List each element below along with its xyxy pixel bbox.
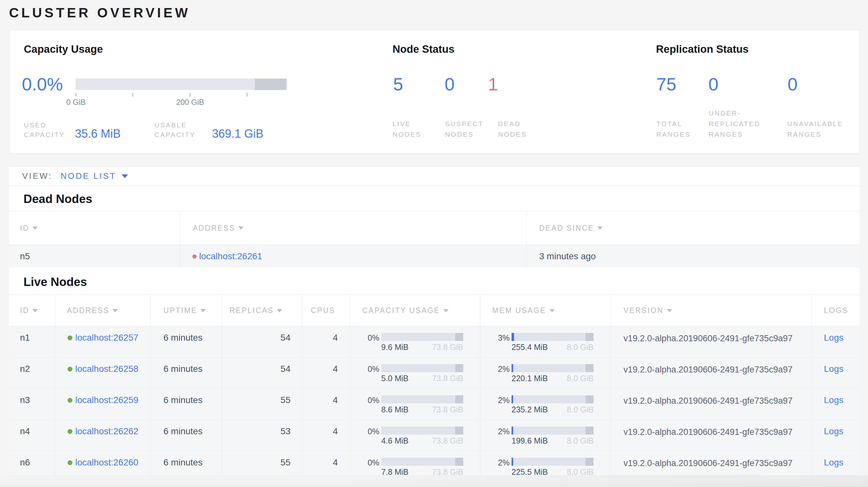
node-cpus: 4	[302, 358, 350, 389]
node-address-link[interactable]: localhost:26259	[75, 394, 138, 420]
sort-desc-icon	[443, 309, 448, 312]
usable-capacity-label: USABLE CAPACITY	[154, 120, 212, 140]
capacity-usage-bar: 5.0 MiB 73.8 GiB	[381, 364, 463, 389]
mem-used-value: 199.6 MiB	[512, 437, 548, 445]
mem-percent-label: 2%	[480, 458, 512, 476]
capacity-usage-cell: 0% 8.6 MiB 73.8 GiB	[350, 389, 480, 420]
node-replicas: 53	[222, 420, 302, 451]
column-header-dead-since[interactable]: DEAD SINCE	[526, 211, 860, 245]
capacity-usage-cell: 0% 4.6 MiB 73.8 GiB	[350, 420, 480, 451]
unavailable-label: UNAVAILABLE RANGES	[787, 118, 843, 140]
logs-cell: Logs	[811, 451, 860, 476]
node-replicas: 54	[222, 326, 302, 357]
mem-total-value: 8.0 GiB	[567, 405, 594, 414]
view-selector-bar: VIEW: NODE LIST	[9, 166, 860, 186]
bar-fill	[512, 426, 513, 434]
logs-link[interactable]: Logs	[824, 364, 843, 374]
mem-used-value: 255.4 MiB	[512, 343, 548, 351]
node-address-cell: localhost:26261	[180, 245, 526, 267]
live-nodes-label: LIVE NODES	[393, 118, 422, 140]
capacity-percent-label: 0%	[350, 458, 381, 476]
sort-desc-icon	[32, 226, 38, 230]
dead-nodes-header-row: ID ADDRESS DEAD SINCE	[9, 211, 860, 245]
logs-link[interactable]: Logs	[824, 457, 843, 467]
column-header-id[interactable]: ID	[9, 295, 55, 326]
node-address-link[interactable]: localhost:26262	[75, 425, 138, 451]
node-replicas: 55	[222, 451, 302, 476]
logs-cell: Logs	[811, 389, 860, 420]
column-header-address[interactable]: ADDRESS	[180, 211, 526, 245]
logs-link[interactable]: Logs	[824, 426, 843, 436]
capacity-usage-cell: 0% 9.6 MiB 73.8 GiB	[350, 326, 480, 357]
node-cpus: 4	[302, 326, 350, 357]
mem-usage-cell: 2% 199.6 MiB 8.0 GiB	[480, 420, 610, 451]
node-cpus: 4	[302, 451, 350, 476]
bar-track	[512, 364, 594, 372]
mem-usage-cell: 2% 235.2 MiB 8.0 GiB	[480, 389, 610, 420]
bar-reserved-segment	[455, 458, 463, 466]
node-id: n6	[9, 451, 55, 476]
logs-cell: Logs	[811, 326, 860, 357]
under-replicated-label: UNDER- REPLICATED RANGES	[709, 108, 760, 140]
mem-usage-cell: 2% 225.5 MiB 8.0 GiB	[480, 451, 610, 476]
node-cpus: 4	[302, 420, 350, 451]
chevron-down-icon[interactable]	[122, 174, 128, 178]
sort-desc-icon	[238, 226, 244, 230]
bottom-shadow	[0, 475, 868, 487]
node-uptime: 6 minutes	[150, 326, 222, 357]
capacity-total-value: 73.8 GiB	[432, 468, 463, 476]
mem-total-value: 8.0 GiB	[567, 437, 594, 445]
node-address-cell: localhost:26258	[55, 358, 150, 389]
node-uptime: 6 minutes	[150, 358, 222, 389]
capacity-used-value: 5.0 MiB	[381, 375, 409, 383]
axis-tick	[247, 93, 247, 97]
mem-usage-bar: 199.6 MiB 8.0 GiB	[512, 426, 594, 451]
dead-nodes-count: 1	[488, 75, 498, 93]
used-capacity-label: USED CAPACITY	[24, 120, 75, 140]
axis-tick	[190, 93, 190, 97]
capacity-total-value: 73.8 GiB	[432, 375, 463, 383]
bar-reserved-segment	[586, 364, 594, 372]
column-header-cpus[interactable]: CPUS	[302, 295, 350, 326]
mem-usage-bar: 220.1 MiB 8.0 GiB	[512, 364, 594, 389]
node-address-link[interactable]: localhost:26261	[199, 250, 262, 267]
node-id: n3	[9, 389, 55, 420]
mem-used-value: 235.2 MiB	[512, 405, 548, 414]
bar-track	[512, 458, 594, 466]
mem-percent-label: 3%	[480, 333, 512, 357]
capacity-percent: 0.0%	[22, 75, 63, 93]
node-address-link[interactable]: localhost:26257	[75, 332, 138, 357]
mem-used-value: 225.5 MiB	[512, 468, 548, 476]
column-header-address[interactable]: ADDRESS	[55, 295, 150, 326]
capacity-percent-label: 0%	[350, 364, 381, 389]
mem-total-value: 8.0 GiB	[567, 468, 594, 476]
column-header-version[interactable]: VERSION	[610, 295, 811, 326]
bar-track	[381, 364, 463, 372]
column-header-mem-usage[interactable]: MEM USAGE	[480, 295, 610, 326]
node-list-panel: Dead Nodes ID ADDRESS DEAD SINCE n5 loca…	[9, 186, 860, 476]
live-node-row: n3 localhost:26259 6 minutes 55 4 0% 8.6…	[9, 389, 860, 420]
column-header-id[interactable]: ID	[9, 211, 180, 245]
replication-status-title: Replication Status	[656, 43, 749, 55]
node-address-link[interactable]: localhost:26258	[75, 363, 138, 389]
view-label: VIEW:	[22, 171, 52, 181]
column-header-logs[interactable]: LOGS	[811, 295, 860, 326]
bar-reserved-segment	[586, 395, 594, 403]
view-dropdown[interactable]: NODE LIST	[60, 171, 116, 181]
capacity-total-value: 73.8 GiB	[432, 405, 463, 414]
column-header-uptime[interactable]: UPTIME	[150, 295, 222, 326]
sort-desc-icon	[277, 309, 282, 312]
column-header-replicas[interactable]: REPLICAS	[222, 295, 302, 326]
bar-reserved-segment	[586, 426, 594, 434]
sort-desc-icon	[32, 309, 38, 312]
logs-link[interactable]: Logs	[824, 395, 843, 405]
node-address-link[interactable]: localhost:26260	[75, 456, 138, 476]
capacity-usage-bar: 4.6 MiB 73.8 GiB	[381, 426, 463, 451]
column-header-capacity-usage[interactable]: CAPACITY USAGE	[350, 295, 480, 326]
node-uptime: 6 minutes	[150, 389, 222, 420]
logs-link[interactable]: Logs	[824, 333, 843, 343]
node-address-cell: localhost:26262	[55, 420, 150, 451]
mem-percent-label: 2%	[480, 426, 512, 451]
bar-track	[381, 333, 463, 341]
logs-cell: Logs	[811, 358, 860, 389]
